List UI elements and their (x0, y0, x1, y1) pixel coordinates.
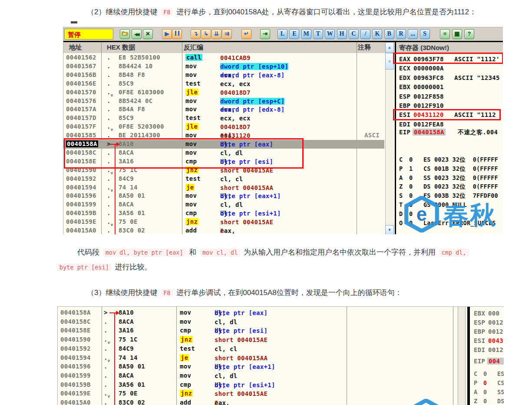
disasm-row[interactable]: 0040157A.8B4A F8movecx, dword ptr [edx-8… (63, 105, 385, 114)
disasm-row[interactable]: 00401596.8A50 01movdl, byte ptr [eax+1] (58, 362, 466, 371)
disasm-row[interactable]: 004015A0.83C0 02addeax, 2 (63, 226, 385, 234)
operand: dword ptr [edx-8] (220, 106, 284, 113)
register-row-eip[interactable]: EIP0040158A不速之客.004 (396, 129, 503, 137)
windows-button[interactable]: ▦ (452, 29, 462, 39)
register-row[interactable]: ESP0012 (474, 319, 504, 328)
letter-button-B[interactable]: B (384, 29, 394, 39)
disasm-row[interactable]: 0040159E.v75 0Ejnzshort 004015AE (63, 218, 385, 226)
scrollbar-up-button[interactable]: ▲ (385, 42, 394, 53)
step-over-button[interactable]: ↳ (201, 29, 211, 39)
operand: byte ptr [esi+1] (215, 382, 275, 388)
disasm-row[interactable]: 00401592.84C9testcl, cl (63, 175, 385, 183)
letter-button-W[interactable]: W (325, 29, 335, 39)
paragraph-text: 代码段 (77, 248, 102, 256)
disasm-row[interactable]: 004015A0.83C0 02addeax, 2 (58, 398, 466, 405)
disasm-row[interactable]: 00401592.84C9testcl, cl (58, 345, 466, 353)
register-row[interactable]: EDI0012FEA8 (396, 121, 503, 129)
scrollbar-down-button[interactable]: ▼ (385, 225, 394, 234)
disasm-row[interactable]: 0040156E.85C9testecx, ecx (63, 80, 385, 88)
address-cell: 004015A0 (60, 399, 91, 405)
letter-button-E[interactable]: E (289, 29, 299, 39)
hex-bytes-cell: 3A16 (119, 327, 134, 334)
go-to-address-button[interactable]: ⇥ (260, 29, 270, 39)
disasm-row[interactable]: 00401599.8ACAmovcl, dl (63, 200, 385, 209)
register-row[interactable]: EBX00000001 (396, 83, 503, 92)
step-over-icon: ↳ (204, 30, 208, 37)
open-folder-button[interactable] (120, 29, 130, 39)
disasm-row[interactable]: 00401596.8A50 01movdl, byte ptr [eax+1] (63, 192, 385, 200)
scrollbar-thumb[interactable]: ≡ (385, 53, 394, 70)
flag-row[interactable]: C0ES (474, 370, 504, 379)
register-row-eip[interactable]: EIP004 (474, 358, 504, 366)
flag-row[interactable]: Z0DS 0023 32位 0(FFFFF (396, 183, 503, 192)
letter-button-C[interactable]: C (349, 29, 359, 39)
decoration-cell: . (107, 54, 111, 61)
register-row[interactable]: EBX000 (474, 310, 504, 319)
letter-button-S[interactable]: S (420, 29, 430, 39)
disasm-row[interactable]: 0040159B.3A56 01cmpdl, byte ptr [esi+1] (58, 381, 466, 389)
flag-row[interactable]: C0ES 0023 32位 0(FFFFF (396, 156, 503, 165)
letter-button-...[interactable]: ... (408, 29, 418, 39)
disasm-row[interactable]: 00401562.E8 52B50100call0041CAB9 (63, 53, 385, 62)
decoration-cell: . (104, 327, 108, 334)
animate-over-button[interactable]: ⇉ (222, 29, 232, 39)
disasm-row[interactable]: 0040156B.8B48 F8movecx, dword ptr [eax-8… (63, 71, 385, 80)
register-row[interactable]: EBP0012 (474, 328, 504, 337)
hex-bytes-cell: 83C0 02 (119, 227, 145, 234)
letter-button-L[interactable]: L (278, 29, 287, 39)
disasm-row[interactable]: 00401594.v74 14jeshort 004015AA (63, 183, 385, 192)
close-button[interactable]: × (143, 29, 153, 39)
disasm-row[interactable]: 0040157F.v0F8E 5203000jle004018D7 (63, 123, 385, 131)
hex-bytes-cell: 8B4A F8 (119, 106, 145, 113)
pause-button[interactable] (172, 29, 182, 39)
log-button[interactable]: ≡ (440, 29, 450, 39)
disasm-row[interactable]: 0040158E.3A16cmpdl, byte ptr [esi] (58, 326, 466, 335)
address-cell: 00401596 (60, 363, 91, 370)
letter-button-H[interactable]: H (337, 29, 347, 39)
register-row[interactable]: ECX0000000A (396, 65, 503, 73)
disasm-row[interactable]: 00401590.v75 1Cjnzshort 004015AE (58, 335, 466, 344)
operand: cl, cl (220, 176, 243, 183)
mnemonic: cmp (185, 209, 197, 216)
register-row[interactable]: ESI0043 (474, 337, 504, 346)
letter-button-T[interactable]: T (313, 29, 323, 39)
flag-row[interactable]: P0CS (474, 379, 504, 388)
disasm-row[interactable]: 0040157D.85C9testecx, ecx (63, 114, 385, 123)
decoration-cell: . (107, 71, 111, 78)
inline-code-chip: cmp dl, (439, 249, 469, 256)
letter-button-R[interactable]: R (396, 29, 406, 39)
annotation-rectangle-eax (393, 53, 503, 64)
address-cell: 0040156B (66, 71, 96, 78)
flag-row[interactable]: P1CS 001B 32位 0(FFFFF (396, 165, 503, 174)
flag-row[interactable]: A0SS 0023 32位 0(FFFFF (396, 174, 503, 183)
disasm-row[interactable]: 00401599.8ACAmovcl, dl (58, 372, 466, 380)
flag-row[interactable]: A0SS (474, 388, 504, 397)
column-header-disasm: 反汇编 (184, 43, 203, 52)
letter-button-slash[interactable]: / (360, 29, 370, 39)
operand: byte ptr [esi+1] (220, 210, 281, 217)
help-button[interactable]: ? (464, 29, 474, 39)
paragraph-text: 进行单步，直到0040158A处，从寄存器窗口可以看出，这里是比较用户名位置是否… (174, 8, 476, 16)
restart-button[interactable]: ◀◀ (132, 29, 142, 39)
registers-pane-border (467, 307, 470, 405)
disasm-row[interactable]: 0040159E.v75 0Ejnzshort 004015AE (58, 389, 466, 398)
address-cell: 0040159E (60, 390, 91, 397)
disasm-row[interactable]: 00401594.v74 14jeshort 004015AA (58, 354, 466, 362)
address-cell: 00401594 (60, 354, 91, 361)
disasm-row[interactable]: 00401567.8B4424 10moveax, dword ptr [esp… (63, 62, 385, 71)
disasm-row[interactable]: 00401576.8B5424 0Cmovedx, dword ptr [esp… (63, 97, 385, 106)
register-row[interactable]: ESP0012F858 (396, 93, 503, 102)
register-row[interactable]: EDI0012 (474, 346, 504, 355)
register-row[interactable]: EDX00963FC8ASCII "12345 (396, 74, 503, 83)
step-into-button[interactable]: ↴ (191, 29, 201, 39)
paragraph-text: （3）继续使用快捷键 (87, 289, 159, 297)
letter-button-M[interactable]: M (301, 29, 311, 39)
execute-till-return-button[interactable]: ↵ (241, 29, 251, 39)
disasm-row[interactable]: 00401570.v0F8E 6103000jle004018D7 (63, 88, 385, 97)
disasm-row[interactable]: 0040159B.3A56 01cmpdl, byte ptr [esi+1] (63, 209, 385, 218)
disasm-row[interactable]: 0040158C.8ACAmovcl, dl (58, 318, 466, 326)
animate-into-button[interactable]: ⇊ (211, 29, 221, 39)
run-button[interactable]: ▶ (162, 29, 172, 39)
disasm-scrollbar-track[interactable] (385, 42, 394, 234)
letter-button-K[interactable]: K (372, 29, 382, 39)
